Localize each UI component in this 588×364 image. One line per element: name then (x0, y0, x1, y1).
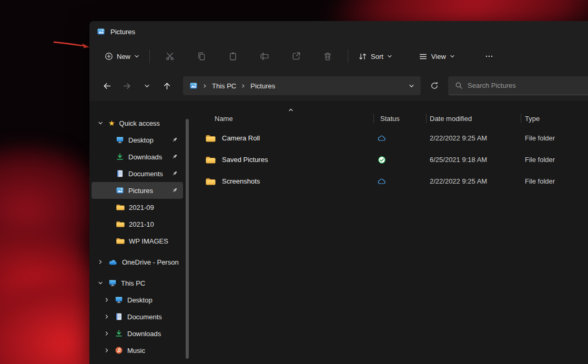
toolbar-separator (149, 49, 150, 63)
column-header-date-modified[interactable]: Date modified (426, 115, 521, 123)
column-header-type[interactable]: Type (521, 115, 588, 123)
pin-icon (171, 187, 178, 194)
sidebar-item-this-pc[interactable]: This PC (92, 275, 183, 291)
view-button[interactable]: View (413, 48, 461, 65)
chevron-down-icon (409, 83, 414, 89)
title-bar[interactable]: Pictures (89, 21, 588, 42)
sidebar-item-partial[interactable] (92, 359, 183, 364)
search-icon (455, 82, 463, 89)
chevron-right-icon[interactable] (103, 314, 110, 319)
sidebar-item-pc-music[interactable]: Music (92, 342, 183, 359)
column-divider[interactable] (521, 114, 521, 123)
up-arrow-icon (163, 82, 171, 90)
sidebar-item-quick-access[interactable]: ★ Quick access (92, 115, 183, 132)
sidebar-item-downloads[interactable]: Downloads (92, 148, 183, 165)
sidebar-item-label: OneDrive - Person (122, 258, 179, 266)
file-name: Camera Roll (222, 134, 260, 142)
folder-icon (116, 204, 125, 211)
forward-arrow-icon (123, 82, 131, 90)
breadcrumb-pictures[interactable]: Pictures (250, 82, 275, 90)
file-name: Saved Pictures (222, 156, 268, 164)
file-row-saved-pictures[interactable]: Saved Pictures 6/25/2021 9:18 AM File fo… (189, 149, 588, 170)
annotation-arrow (52, 37, 95, 54)
chevron-down-icon[interactable] (97, 280, 104, 286)
recent-locations-button[interactable] (138, 77, 156, 95)
navigation-bar: This PC Pictures (89, 70, 588, 101)
file-row-screenshots[interactable]: Screenshots 2/22/2022 9:25 AM File folde… (189, 170, 588, 192)
view-button-label: View (431, 53, 446, 60)
chevron-right-icon[interactable] (97, 259, 104, 265)
scrollbar-thumb[interactable] (186, 119, 189, 359)
sidebar-item-pc-desktop[interactable]: Desktop (92, 291, 183, 308)
sidebar-item-label: Music (127, 347, 145, 355)
refresh-icon (430, 82, 439, 90)
file-list-pane: Name Status Date modified Type Camera (189, 101, 588, 364)
sidebar-item-label: Documents (128, 170, 163, 178)
pin-icon (171, 170, 178, 177)
file-name: Screenshots (222, 177, 260, 185)
share-button[interactable] (286, 47, 307, 66)
sidebar-item-label: Pictures (128, 187, 153, 195)
sidebar-item-documents[interactable]: Documents (92, 165, 183, 182)
forward-button[interactable] (118, 77, 136, 95)
breadcrumb-this-pc[interactable]: This PC (212, 82, 236, 90)
column-divider[interactable] (426, 114, 427, 123)
chevron-right-icon[interactable] (202, 84, 207, 88)
share-icon (291, 52, 301, 61)
column-header-name[interactable]: Name (189, 115, 373, 123)
sidebar-item-pictures[interactable]: Pictures (92, 182, 183, 199)
sidebar-item-2021-09[interactable]: 2021-09 (92, 199, 183, 216)
sidebar-item-pc-documents[interactable]: Documents (92, 308, 183, 325)
copy-button[interactable] (191, 47, 212, 66)
sidebar-item-pc-downloads[interactable]: Downloads (92, 325, 183, 342)
sidebar-item-label: 2021-10 (129, 220, 154, 228)
file-date-modified: 2/22/2022 9:25 AM (426, 177, 521, 185)
column-divider[interactable] (373, 114, 374, 123)
paste-button[interactable] (222, 47, 244, 66)
new-button[interactable]: New (99, 48, 145, 65)
chevron-down-icon (134, 54, 139, 59)
search-input[interactable] (468, 82, 581, 89)
rename-icon (260, 52, 269, 61)
downloads-icon (115, 329, 123, 338)
refresh-button[interactable] (425, 76, 444, 95)
pictures-icon (189, 82, 198, 90)
desktop-icon (115, 296, 123, 304)
file-row-camera-roll[interactable]: Camera Roll 2/22/2022 9:25 AM File folde… (189, 127, 588, 149)
file-type: File folder (521, 134, 588, 142)
documents-icon (116, 169, 124, 178)
sidebar-item-onedrive[interactable]: OneDrive - Person (92, 254, 183, 270)
back-button[interactable] (98, 77, 116, 95)
see-more-button[interactable] (479, 47, 500, 66)
chevron-down-icon (387, 54, 392, 59)
cloud-status-icon (378, 135, 386, 141)
address-dropdown-button[interactable] (409, 83, 414, 89)
downloads-icon (116, 153, 124, 161)
file-date-modified: 2/22/2022 9:25 AM (426, 134, 521, 142)
back-arrow-icon (103, 82, 111, 90)
sidebar-item-2021-10[interactable]: 2021-10 (92, 216, 183, 232)
chevron-right-icon[interactable] (241, 84, 246, 88)
chevron-right-icon[interactable] (103, 297, 110, 302)
rename-button[interactable] (254, 47, 275, 66)
sidebar-item-desktop[interactable]: Desktop (92, 132, 183, 148)
chevron-right-icon[interactable] (103, 331, 110, 336)
pin-icon (171, 137, 178, 143)
new-button-label: New (117, 53, 130, 60)
chevron-down-icon[interactable] (97, 120, 104, 126)
cut-button[interactable] (159, 47, 180, 66)
window-title: Pictures (110, 28, 135, 36)
up-button[interactable] (158, 77, 176, 95)
sort-button[interactable]: Sort (352, 48, 398, 65)
sidebar-item-label: Downloads (128, 153, 162, 161)
search-box[interactable] (448, 76, 588, 95)
pictures-icon (97, 27, 105, 36)
sidebar-scrollbar[interactable] (185, 101, 189, 364)
sidebar-item-wp-images[interactable]: WP IMAGES (92, 232, 183, 249)
address-bar[interactable]: This PC Pictures (183, 76, 421, 95)
scissors-icon (165, 52, 175, 61)
delete-button[interactable] (317, 47, 338, 66)
chevron-right-icon[interactable] (103, 348, 110, 353)
sidebar-item-label: WP IMAGES (129, 237, 168, 245)
column-header-status[interactable]: Status (373, 115, 426, 123)
